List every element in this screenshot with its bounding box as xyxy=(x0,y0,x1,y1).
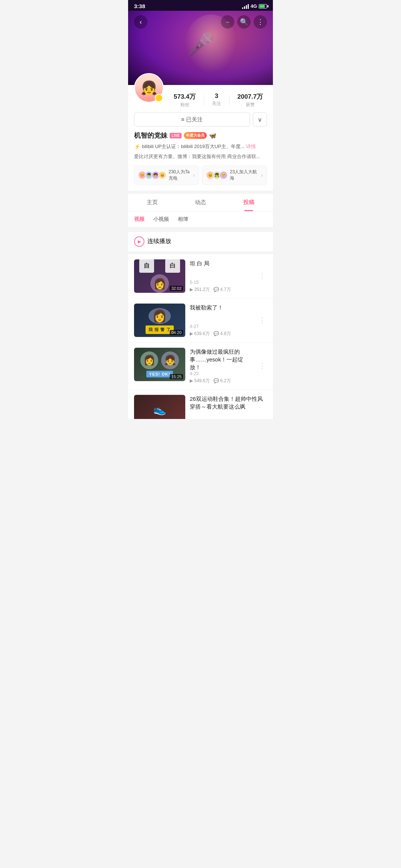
subtab-video-label: 视频 xyxy=(134,216,144,222)
bio-text: 爱比讨厌更有力量。微博：我要这脸有何用 商业合作请联... xyxy=(134,153,267,160)
subtab-album[interactable]: 相簿 xyxy=(178,212,188,227)
video-item-3: 👩 👧 YES! OK! 15:25 为偶像做过最疯狂的事……yesok！一起绽… xyxy=(128,343,273,390)
tab-home[interactable]: 主页 xyxy=(128,194,176,211)
video-duration-1: 32:02 xyxy=(170,286,183,291)
video-date-3: 4-23 xyxy=(190,371,253,376)
status-time: 3:38 xyxy=(134,3,145,9)
sub-tabs: 视频 小视频 相簿 xyxy=(128,212,273,227)
likes-label: 获赞 xyxy=(246,102,255,108)
live-badge: LIVE xyxy=(170,133,182,138)
views-count-3: 549.6万 xyxy=(194,378,210,384)
video-more-2[interactable]: ⋮ xyxy=(257,315,267,326)
video-views-1: ▶ 351.2万 xyxy=(190,286,210,293)
follow-button[interactable]: ≡ 已关注 xyxy=(134,112,250,127)
thumb-tag-1a: 自 xyxy=(139,259,154,273)
comments-count-1: 4.7万 xyxy=(220,286,231,293)
video-thumb-3[interactable]: 👩 👧 YES! OK! 15:25 xyxy=(134,348,185,381)
crew-text: 23人加入大航海 xyxy=(230,169,259,181)
charge-avatars: 😊 👦 🧒 😀 xyxy=(138,171,166,179)
hero-nav: ‹ ··· 🔍 ⋮ xyxy=(128,15,273,29)
back-icon: ‹ xyxy=(140,18,142,26)
stat-divider-2 xyxy=(229,95,229,105)
status-bar: 3:38 4G xyxy=(128,0,273,11)
charge-avatar-4: 😀 xyxy=(158,171,166,179)
tab-posts-label: 投稿 xyxy=(243,199,254,205)
options-button[interactable]: ⋮ xyxy=(254,15,267,29)
lightning-icon: ⚡ xyxy=(156,95,162,101)
following-label: 关注 xyxy=(212,101,221,107)
fans-label: 粉丝 xyxy=(180,102,189,108)
name-row: 机智的党妹 LIVE 年度大会员 🦋 xyxy=(134,131,267,140)
video-title-2: 我被勒索了！ xyxy=(190,304,253,311)
thumb-tag-3: YES! OK! xyxy=(146,371,173,377)
video-more-3[interactable]: ⋮ xyxy=(257,360,267,371)
video-item-1: 自 白 👩 32:02 坦 白 局 5-15 ▶ xyxy=(128,254,273,298)
fans-count: 573.4万 xyxy=(174,92,196,101)
social-row: 😊 👦 🧒 😀 230人为Ta充电 › 😄 👧 🙂 23人加入大航海 › xyxy=(134,166,267,185)
back-button[interactable]: ‹ xyxy=(134,15,147,29)
subtab-album-label: 相簿 xyxy=(178,216,188,222)
video-stats-1: ▶ 351.2万 💬 4.7万 xyxy=(190,286,253,293)
video-title-1: 坦 白 局 xyxy=(190,259,253,267)
header-actions: ··· 🔍 ⋮ xyxy=(221,15,267,29)
video-thumb-1[interactable]: 自 白 👩 32:02 xyxy=(134,259,185,293)
video-views-2: ▶ 639.6万 xyxy=(190,331,210,337)
follow-dropdown-button[interactable]: ∨ xyxy=(253,112,267,127)
crew-arrow-icon: › xyxy=(261,172,263,178)
main-tabs: 主页 动态 投稿 xyxy=(128,194,273,212)
tab-posts[interactable]: 投稿 xyxy=(225,194,273,211)
search-button[interactable]: 🔍 xyxy=(237,15,251,29)
tab-dynamic[interactable]: 动态 xyxy=(176,194,225,211)
charge-arrow-icon: › xyxy=(193,172,195,178)
views-icon-3: ▶ xyxy=(190,378,193,383)
video-meta-3: 4-23 ▶ 549.6万 💬 6.2万 xyxy=(190,371,253,384)
video-meta-2: 4-27 ▶ 639.6万 💬 4.8万 xyxy=(190,324,253,337)
video-title-4: 26双运动鞋合集！超帅中性风穿搭～看大航要这么飒 xyxy=(190,395,267,410)
video-info-1: 坦 白 局 5-15 ▶ 351.2万 💬 4.7万 xyxy=(190,259,253,293)
charge-card[interactable]: 😊 👦 🧒 😀 230人为Ta充电 › xyxy=(134,166,199,185)
cert-icon: ⚡ xyxy=(134,143,140,151)
subtab-video[interactable]: 视频 xyxy=(134,212,144,227)
following-count: 3 xyxy=(215,92,218,100)
more-button[interactable]: ··· xyxy=(221,15,234,29)
more-icon: ··· xyxy=(226,19,229,25)
video-stats-3: ▶ 549.6万 💬 6.2万 xyxy=(190,378,253,384)
crew-count: 23 xyxy=(230,169,235,174)
video-info-3: 为偶像做过最疯狂的事……yesok！一起绽放！ 4-23 ▶ 549.6万 💬 … xyxy=(190,348,253,384)
comment-icon-2: 💬 xyxy=(213,331,219,336)
stat-following: 3 关注 xyxy=(212,92,221,108)
follow-button-label: ≡ 已关注 xyxy=(181,116,203,123)
video-duration-2: 04:20 xyxy=(170,330,183,335)
profile-top: 👧 ⚡ 573.4万 粉丝 3 关注 2007.7万 获赞 xyxy=(134,85,267,108)
video-item-2: 👩 我 报 警 了 04:20 我被勒索了！ 4-27 ▶ 639.6万 xyxy=(128,298,273,343)
vip-badge: 年度大会员 xyxy=(184,132,207,139)
cert-text: bilibili UP主认证：bilibili 2019百大UP主、年度... xyxy=(142,143,245,150)
decoration-badge: 🦋 xyxy=(209,132,216,139)
cert-detail-link[interactable]: 详情 xyxy=(246,143,256,150)
charge-text: 230人为Ta充电 xyxy=(169,169,191,181)
tab-dynamic-label: 动态 xyxy=(195,199,206,205)
video-meta-1: 5-15 ▶ 351.2万 💬 4.7万 xyxy=(190,280,253,293)
options-icon: ⋮ xyxy=(257,18,264,26)
crew-card[interactable]: 😄 👧 🙂 23人加入大航海 › xyxy=(202,166,267,185)
stats-row: 573.4万 粉丝 3 关注 2007.7万 获赞 xyxy=(170,88,267,108)
signal-icon xyxy=(242,4,249,9)
video-info-4: 26双运动鞋合集！超帅中性风穿搭～看大航要这么飒 xyxy=(190,395,267,414)
video-stats-2: ▶ 639.6万 💬 4.8万 xyxy=(190,331,253,337)
video-thumb-4[interactable]: 👟 xyxy=(134,395,185,419)
status-right: 4G xyxy=(242,3,267,9)
video-title-3: 为偶像做过最疯狂的事……yesok！一起绽放！ xyxy=(190,348,253,371)
continuous-play-bar[interactable]: ▶ 连续播放 xyxy=(128,232,273,251)
subtab-short-video[interactable]: 小视频 xyxy=(153,212,169,227)
subtab-short-video-label: 小视频 xyxy=(153,216,169,222)
views-icon-1: ▶ xyxy=(190,287,193,292)
stat-divider-1 xyxy=(204,95,204,105)
avatar-badge: ⚡ xyxy=(155,94,163,102)
video-date-1: 5-15 xyxy=(190,280,253,285)
video-duration-3: 15:25 xyxy=(170,374,183,379)
video-thumb-2[interactable]: 👩 我 报 警 了 04:20 xyxy=(134,304,185,337)
video-info-2: 我被勒索了！ 4-27 ▶ 639.6万 💬 4.8万 xyxy=(190,304,253,337)
thumb-bg-4: 👟 xyxy=(134,395,185,419)
video-more-1[interactable]: ⋮ xyxy=(257,271,267,282)
search-icon: 🔍 xyxy=(240,18,248,26)
